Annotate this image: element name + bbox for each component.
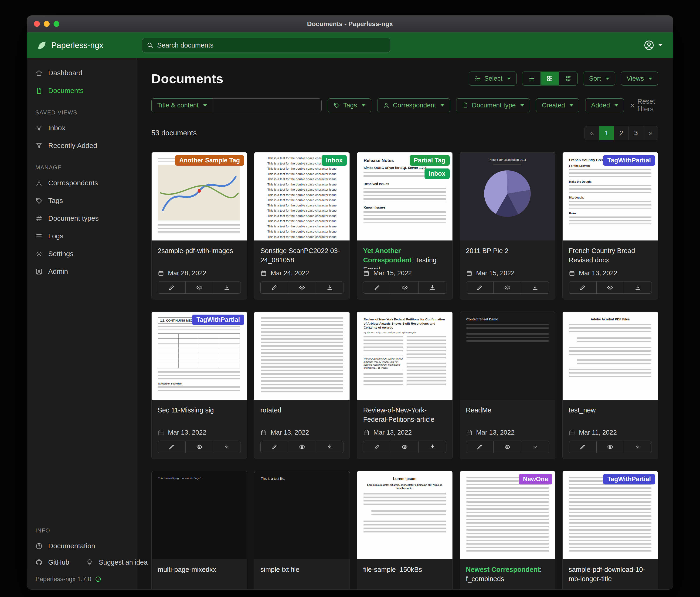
document-thumbnail[interactable] (254, 312, 350, 400)
document-card[interactable]: This is a multi page document. Page 1. m… (151, 471, 247, 589)
search-input[interactable] (157, 42, 386, 49)
edit-button[interactable] (569, 441, 597, 453)
view-button[interactable] (185, 282, 213, 294)
sidebar-item-logs[interactable]: Logs (27, 227, 136, 245)
edit-button[interactable] (569, 282, 597, 294)
sidebar-item-recently-added[interactable]: Recently Added (27, 137, 136, 154)
card-correspondent[interactable]: Yet Another Correspondent (363, 247, 411, 264)
sidebar-item-documents[interactable]: Documents (27, 82, 136, 99)
view-button[interactable] (596, 441, 624, 453)
view-button[interactable] (494, 441, 521, 453)
user-menu[interactable] (644, 40, 673, 51)
download-button[interactable] (521, 282, 549, 294)
document-thumbnail[interactable]: Patient BP Distribution 2011 (460, 152, 555, 240)
document-thumbnail[interactable]: TagWithPartial (562, 471, 658, 559)
list-view-button[interactable] (522, 72, 541, 86)
edit-button[interactable] (158, 441, 185, 453)
view-button[interactable] (288, 282, 316, 294)
card-title[interactable]: file-sample_150kBs (363, 565, 446, 574)
tag-badge[interactable]: Inbox (322, 155, 347, 166)
download-button[interactable] (624, 441, 652, 453)
document-thumbnail[interactable]: NewOne (460, 471, 555, 559)
card-title[interactable]: 2sample-pdf-with-images (158, 246, 241, 255)
card-title[interactable]: Yet Another Correspondent: Testing Email (363, 246, 446, 269)
document-thumbnail[interactable]: French Country BreadFor the Leaven:Make … (562, 152, 658, 240)
download-button[interactable] (419, 282, 446, 294)
document-thumbnail[interactable]: This is a test file. (254, 471, 350, 559)
sidebar-item-github[interactable]: GitHub (27, 555, 78, 570)
tag-badge[interactable]: NewOne (519, 474, 552, 484)
document-thumbnail[interactable]: Review of New York Federal Petitions for… (357, 312, 452, 400)
document-thumbnail[interactable]: This is a test for the double space char… (254, 152, 350, 240)
document-card[interactable]: Release NotesSimba ODBC Driver for SQL S… (357, 152, 452, 300)
card-title[interactable]: Sonstige ScanPC2022 03-24_081058 (260, 246, 344, 265)
download-button[interactable] (419, 441, 446, 453)
card-title[interactable]: Newest Correspondent: f_combineds (466, 565, 549, 583)
edit-button[interactable] (466, 441, 494, 453)
sidebar-item-settings[interactable]: Settings (27, 245, 136, 263)
zoom-window-button[interactable] (54, 21, 59, 27)
sidebar-item-tags[interactable]: Tags (27, 192, 136, 210)
card-title[interactable]: ReadMe (466, 405, 549, 415)
correspondent-filter-button[interactable]: Correspondent (377, 98, 450, 112)
document-card[interactable]: This is a test file. simple txt file (254, 471, 350, 589)
global-search[interactable] (142, 38, 390, 52)
document-card[interactable]: This is a test for the double space char… (254, 152, 350, 300)
edit-button[interactable] (260, 441, 288, 453)
document-thumbnail[interactable]: Adobe Acrobat PDF Files (562, 312, 658, 400)
sort-button[interactable]: Sort (583, 72, 615, 86)
sidebar-item-document-types[interactable]: Document types (27, 210, 136, 227)
card-correspondent[interactable]: Newest Correspondent (466, 566, 540, 573)
created-filter-button[interactable]: Created (536, 98, 579, 112)
edit-button[interactable] (363, 441, 391, 453)
view-button[interactable] (494, 282, 521, 294)
document-thumbnail[interactable]: 1.1. CONTINUING MEDICAL EDUCAAttestation… (152, 312, 247, 400)
document-card[interactable]: Another Sample Tag 2sample-pdf-with-imag… (151, 152, 247, 300)
document-card[interactable]: Adobe Acrobat PDF Files test_new Mar 11,… (562, 312, 658, 459)
document-card[interactable]: Review of New York Federal Petitions for… (357, 312, 452, 459)
sidebar-item-dashboard[interactable]: Dashboard (27, 64, 136, 82)
tags-filter-button[interactable]: Tags (328, 98, 371, 112)
view-button[interactable] (288, 441, 316, 453)
reset-filters-button[interactable]: × Reset filters (630, 98, 658, 113)
pagination-page-2[interactable]: 2 (614, 126, 629, 140)
document-thumbnail[interactable]: Release NotesSimba ODBC Driver for SQL S… (357, 152, 452, 240)
view-button[interactable] (391, 441, 419, 453)
minimize-window-button[interactable] (44, 21, 50, 27)
document-thumbnail[interactable]: Contact Sheet Demo (460, 312, 555, 400)
sidebar-item-documentation[interactable]: Documentation (27, 537, 136, 555)
card-title[interactable]: Review-of-New-York-Federal-Petitions-art… (363, 405, 446, 424)
card-title[interactable]: sample-pdf-download-10-mb-longer-title (569, 565, 652, 583)
details-view-button[interactable] (559, 72, 577, 86)
view-button[interactable] (596, 282, 624, 294)
added-filter-button[interactable]: Added (585, 98, 624, 112)
download-button[interactable] (213, 441, 241, 453)
pagination-page-1[interactable]: 1 (599, 126, 614, 140)
title-content-filter-button[interactable]: Title & content (151, 98, 213, 112)
tag-badge[interactable]: TagWithPartial (603, 155, 655, 166)
pagination-prev-button[interactable]: « (584, 126, 599, 140)
sidebar-item-admin[interactable]: Admin (27, 263, 136, 280)
grid-view-button[interactable] (541, 72, 559, 86)
download-button[interactable] (213, 282, 241, 294)
view-button[interactable] (185, 441, 213, 453)
document-card[interactable]: 1.1. CONTINUING MEDICAL EDUCAAttestation… (151, 312, 247, 459)
tag-badge[interactable]: Partial Tag (409, 155, 450, 166)
download-button[interactable] (316, 441, 344, 453)
edit-button[interactable] (260, 282, 288, 294)
document-card[interactable]: NewOne Newest Correspondent: f_combineds (460, 471, 555, 589)
document-thumbnail[interactable]: This is a multi page document. Page 1. (152, 471, 247, 559)
document-thumbnail[interactable]: Another Sample Tag (152, 152, 247, 240)
sidebar-item-inbox[interactable]: Inbox (27, 119, 136, 137)
close-window-button[interactable] (34, 21, 40, 27)
download-button[interactable] (624, 282, 652, 294)
document-card[interactable]: French Country BreadFor the Leaven:Make … (562, 152, 658, 300)
document-card[interactable]: TagWithPartial sample-pdf-download-10-mb… (562, 471, 658, 589)
card-title[interactable]: French Country Bread Revised.docx (569, 246, 652, 265)
tag-badge[interactable]: TagWithPartial (603, 474, 655, 484)
card-title[interactable]: multi-page-mixedxx (158, 565, 241, 574)
edit-button[interactable] (466, 282, 494, 294)
document-card[interactable]: Contact Sheet Demo ReadMe Mar 13, 2022 (460, 312, 555, 459)
view-button[interactable] (391, 282, 419, 294)
card-title[interactable]: Sec 11-Missing sig (158, 405, 241, 415)
